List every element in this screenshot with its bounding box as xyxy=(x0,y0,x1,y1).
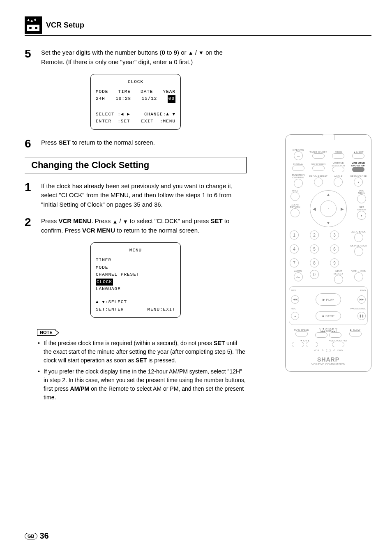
transport-controls: REVFWD ◀◀ ▶ PLAY ▶▶ RECPAUSE/STILL ● ■ S… xyxy=(289,286,368,325)
year-highlight: 00 xyxy=(168,95,175,103)
remote-control-illustration: OPERATE••• TIMER ON/OFF PROG ▲EJECT DISP… xyxy=(285,134,371,372)
num-7: 7 xyxy=(290,258,299,267)
stop-button: ■ STOP xyxy=(316,311,341,320)
step-number: 1 xyxy=(25,182,41,210)
play-button: ▶ PLAY xyxy=(316,293,341,306)
osd-title: MENU xyxy=(96,247,175,254)
number-pad: 1 2 3 ZERO BACK 4 5 6 SKIP SEARCH 7 8 9 … xyxy=(290,230,367,284)
step-number: 5 xyxy=(25,48,41,67)
display-button xyxy=(292,166,304,171)
rev-button: ◀◀ xyxy=(291,295,299,304)
audio-output-button xyxy=(332,342,344,347)
gb-badge: GB xyxy=(25,533,37,539)
section-heading: Changing the Clock Setting xyxy=(25,157,247,173)
ampm-button: -/-- xyxy=(294,272,303,281)
operate-button: ••• xyxy=(294,151,303,160)
left-arrow-icon: ◀ xyxy=(313,207,316,211)
num-9: 9 xyxy=(330,258,339,267)
change-step-1: 1 If the clock has already been set prev… xyxy=(25,182,247,210)
title-button xyxy=(291,192,300,201)
mode-indicator: VCR └┘ DVD xyxy=(289,349,368,352)
step-5: 5 Set the year digits with the number bu… xyxy=(25,48,247,67)
right-arrow-icon: ▶ xyxy=(341,207,344,211)
rec-button: ● xyxy=(291,312,299,320)
note-section: NOTE If the precise clock time is requir… xyxy=(37,328,247,402)
page-footer: GB 36 xyxy=(25,531,49,541)
vcr-dvd-button xyxy=(354,272,363,281)
brand: SHARP VCR/DVD COMBINATION xyxy=(289,356,368,366)
menu-item: TIMER xyxy=(96,257,175,264)
osd-title: CLOCK xyxy=(96,78,175,86)
up-triangle-icon: ▲ xyxy=(112,218,118,226)
dpss-minus-button xyxy=(315,332,327,338)
dpss-plus-button xyxy=(329,332,341,338)
clock-osd: CLOCK MODE TIME DATE YEAR 24H 10:28 15/1… xyxy=(90,74,181,130)
timer-button xyxy=(312,153,325,159)
menu-item: MODE xyxy=(96,264,175,272)
pause-button: ❚❚ xyxy=(357,312,366,320)
down-triangle-icon: ▼ xyxy=(123,218,128,226)
ir-window xyxy=(289,137,368,146)
input-select-button xyxy=(334,275,343,284)
menu-item: CHANNEL PRESET xyxy=(96,271,175,279)
step-text: If the clock has already been set previo… xyxy=(41,182,247,210)
num-8: 8 xyxy=(310,258,319,267)
slow-button xyxy=(349,331,362,336)
up-arrow-icon: ▲ xyxy=(326,192,330,197)
page-title: VCR Setup xyxy=(46,21,84,30)
open-close-button: ▲ xyxy=(354,177,363,187)
zero-back-button xyxy=(354,233,363,242)
ch-up-button xyxy=(306,342,318,347)
dvdmenu-button xyxy=(357,194,366,203)
note-item: If the precise clock time is required (w… xyxy=(37,339,247,365)
vcr-menu-button xyxy=(352,167,364,172)
step-text: Set the year digits with the number butt… xyxy=(41,48,247,67)
ch-down-button xyxy=(292,342,304,347)
num-0: 0 xyxy=(310,270,319,279)
svg-point-1 xyxy=(29,27,32,29)
svg-rect-0 xyxy=(27,25,39,31)
selector-button xyxy=(332,167,344,172)
step-number: 2 xyxy=(25,217,41,235)
num-2: 2 xyxy=(310,230,319,240)
set-button: ● xyxy=(357,211,366,220)
repeat-button xyxy=(314,177,323,187)
step-text: Press VCR MENU. Press ▲ / ▼ to select "C… xyxy=(41,217,247,235)
skip-search-button xyxy=(354,247,363,256)
num-6: 6 xyxy=(330,244,339,253)
num-4: 4 xyxy=(290,244,299,253)
clear-button xyxy=(291,208,300,217)
up-triangle-icon: ▲ xyxy=(188,49,194,57)
page-number: 36 xyxy=(40,531,49,541)
prog-button xyxy=(332,153,344,159)
angle-button xyxy=(334,177,343,187)
num-5: 5 xyxy=(310,244,319,253)
menu-osd: MENU TIMERMODECHANNEL PRESETCLOCKLANGUAG… xyxy=(90,242,181,318)
step-number: 6 xyxy=(25,138,41,150)
step-text: Press SET to return to the normal screen… xyxy=(41,138,155,150)
num-3: 3 xyxy=(330,230,339,240)
down-arrow-icon: ▼ xyxy=(326,221,330,225)
vcr-icon xyxy=(25,16,42,34)
dpad: ▲ ▼ ◀ ▶ xyxy=(310,190,347,227)
step-6: 6 Press SET to return to the normal scre… xyxy=(25,138,247,150)
function-button xyxy=(294,179,303,188)
menu-item: LANGUAGE xyxy=(96,286,175,293)
eject-button xyxy=(352,153,364,159)
onscreen-button xyxy=(312,166,325,171)
svg-point-2 xyxy=(35,27,37,29)
menu-item-selected: CLOCK xyxy=(96,279,113,286)
header: VCR Setup xyxy=(25,16,371,36)
note-label: NOTE xyxy=(37,329,55,336)
note-item: If you prefer the clock display time in … xyxy=(37,367,247,402)
tape-speed-button xyxy=(295,331,308,336)
down-triangle-icon: ▼ xyxy=(198,49,204,57)
num-1: 1 xyxy=(290,230,299,240)
change-step-2: 2 Press VCR MENU. Press ▲ / ▼ to select … xyxy=(25,217,247,235)
fwd-button: ▶▶ xyxy=(357,295,366,304)
dpad-center xyxy=(320,200,337,217)
